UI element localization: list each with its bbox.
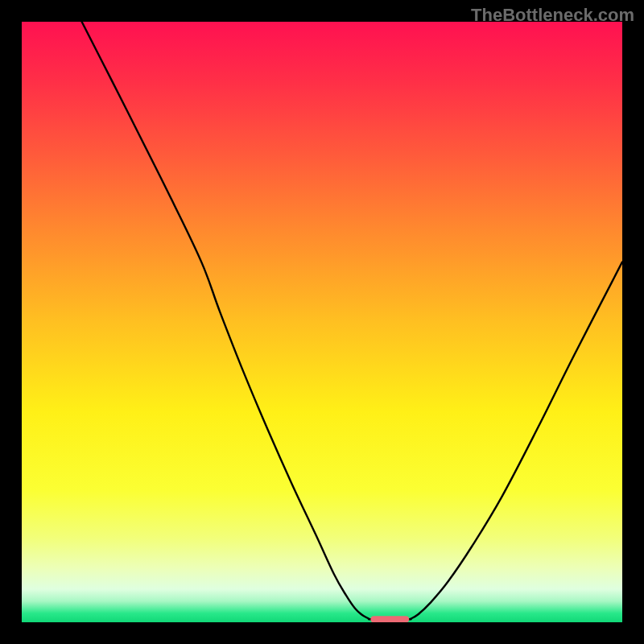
bottleneck-chart [22, 22, 622, 622]
chart-frame: TheBottleneck.com [0, 0, 644, 644]
optimal-range-marker [370, 616, 409, 622]
gradient-background [22, 22, 622, 622]
plot-area [22, 22, 622, 622]
